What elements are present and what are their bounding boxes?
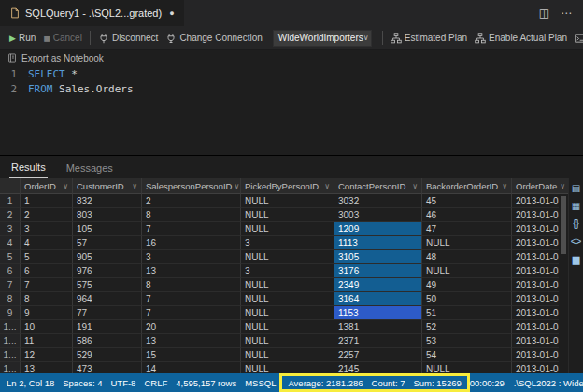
table-cell[interactable]: 45: [422, 194, 512, 208]
table-cell[interactable]: 47: [422, 222, 512, 236]
column-filter-icon[interactable]: ∨: [234, 182, 239, 190]
database-dropdown[interactable]: WideWorldImporters ∨: [273, 30, 372, 47]
table-cell[interactable]: 1381: [334, 320, 422, 334]
row-number-cell[interactable]: 1...: [0, 334, 21, 348]
table-cell[interactable]: 3003: [334, 208, 422, 222]
row-number-cell[interactable]: 1: [0, 194, 21, 208]
row-number-cell[interactable]: 1...: [0, 320, 21, 334]
table-cell[interactable]: 11: [21, 334, 73, 348]
table-cell[interactable]: 46: [422, 208, 512, 222]
table-cell[interactable]: 586: [73, 334, 142, 348]
table-cell[interactable]: 2: [21, 208, 73, 222]
table-cell[interactable]: 529: [73, 348, 142, 362]
table-cell[interactable]: 12: [21, 348, 73, 362]
table-cell[interactable]: 14: [142, 362, 241, 373]
table-cell[interactable]: 7: [142, 306, 241, 320]
cancel-button[interactable]: ◼ Cancel: [39, 31, 86, 45]
change-connection-button[interactable]: Change Connection: [162, 31, 265, 46]
save-csv-icon[interactable]: ▤: [570, 183, 582, 194]
table-cell[interactable]: NULL: [241, 278, 334, 292]
row-number-cell[interactable]: 8: [0, 292, 21, 306]
table-cell[interactable]: 13: [142, 264, 241, 278]
table-cell[interactable]: 3032: [334, 194, 422, 208]
table-cell[interactable]: 473: [73, 362, 142, 373]
table-cell[interactable]: NULL: [241, 222, 334, 236]
table-cell[interactable]: 832: [73, 194, 142, 208]
table-cell[interactable]: 964: [73, 292, 142, 306]
save-json-icon[interactable]: {}: [570, 218, 582, 230]
table-cell[interactable]: 191: [73, 320, 142, 334]
row-number-cell[interactable]: 1...: [0, 362, 21, 373]
table-cell[interactable]: 13: [142, 334, 241, 348]
column-filter-icon[interactable]: ∨: [412, 182, 418, 190]
table-cell[interactable]: 3: [241, 264, 334, 278]
table-cell[interactable]: 49: [422, 278, 512, 292]
editor-line[interactable]: 2FROM Sales.Orders: [0, 82, 583, 97]
chart-icon[interactable]: ▆: [570, 254, 582, 265]
table-cell[interactable]: 5: [21, 250, 73, 264]
table-cell[interactable]: 3164: [334, 292, 422, 306]
table-cell[interactable]: 575: [73, 278, 142, 292]
estimated-plan-button[interactable]: Estimated Plan: [387, 31, 471, 46]
column-header-orderdate[interactable]: OrderDate∨: [512, 178, 568, 194]
status-item-cursor-position[interactable]: Ln 2, Col 18: [7, 378, 54, 388]
table-cell[interactable]: 13: [21, 362, 73, 373]
table-cell[interactable]: 16: [142, 236, 241, 250]
table-cell[interactable]: NULL: [241, 362, 334, 373]
column-header-orderid[interactable]: OrderID∨: [21, 178, 73, 194]
table-cell[interactable]: 57: [73, 236, 142, 250]
status-item-language-mode[interactable]: MSSQL: [245, 378, 276, 388]
table-cell[interactable]: NULL: [422, 362, 512, 373]
table-cell[interactable]: 7: [142, 292, 241, 306]
table-cell[interactable]: 3: [241, 236, 334, 250]
column-header-customerid[interactable]: CustomerID∨: [73, 178, 142, 194]
table-cell[interactable]: NULL: [241, 348, 334, 362]
table-cell[interactable]: 3: [21, 222, 73, 236]
column-filter-icon[interactable]: ∨: [502, 182, 507, 190]
scrollbar-thumb[interactable]: [561, 196, 566, 254]
status-item-indentation[interactable]: Spaces: 4: [63, 378, 102, 388]
table-cell[interactable]: 48: [422, 250, 512, 264]
table-cell[interactable]: 803: [73, 208, 142, 222]
table-cell[interactable]: 50: [422, 292, 512, 306]
table-cell[interactable]: 3105: [334, 250, 422, 264]
table-cell[interactable]: 20: [142, 320, 241, 334]
column-header-pickedbypersonid[interactable]: PickedByPersonID∨: [241, 178, 334, 194]
table-cell[interactable]: 8: [142, 208, 241, 222]
export-as-notebook-button[interactable]: Export as Notebook: [0, 50, 583, 65]
table-cell[interactable]: 3: [142, 250, 241, 264]
table-cell[interactable]: 2349: [334, 278, 422, 292]
column-filter-icon[interactable]: ∨: [560, 182, 565, 190]
disconnect-button[interactable]: Disconnect: [94, 31, 162, 46]
table-cell[interactable]: 3176: [334, 264, 422, 278]
table-cell[interactable]: 1: [21, 194, 73, 208]
enable-actual-plan-button[interactable]: Enable Actual Plan: [471, 31, 571, 46]
table-cell[interactable]: NULL: [241, 194, 334, 208]
table-cell[interactable]: 6: [21, 264, 73, 278]
editor-line[interactable]: 1SELECT *: [0, 67, 583, 82]
table-cell[interactable]: 1153: [334, 306, 422, 320]
table-cell[interactable]: 52: [422, 320, 512, 334]
status-item-eol[interactable]: CRLF: [144, 378, 167, 388]
column-filter-icon[interactable]: ∨: [324, 182, 330, 190]
split-editor-icon[interactable]: ◫: [539, 7, 549, 20]
row-number-cell[interactable]: 3: [0, 222, 21, 236]
row-number-cell[interactable]: 4: [0, 236, 21, 250]
table-cell[interactable]: 8: [142, 278, 241, 292]
save-excel-icon[interactable]: ▦: [570, 201, 582, 212]
enable-sqlcmd-button[interactable]: Enable SQLCMD: [571, 31, 583, 46]
table-cell[interactable]: NULL: [422, 236, 512, 250]
column-header-contactpersonid[interactable]: ContactPersonID∨: [334, 178, 422, 194]
table-cell[interactable]: NULL: [422, 264, 512, 278]
row-number-cell[interactable]: 5: [0, 250, 21, 264]
row-number-cell[interactable]: 2: [0, 208, 21, 222]
table-cell[interactable]: NULL: [241, 292, 334, 306]
row-number-cell[interactable]: 1...: [0, 348, 21, 362]
table-cell[interactable]: 105: [73, 222, 142, 236]
table-cell[interactable]: 7: [142, 222, 241, 236]
column-header-salespersonpersonid[interactable]: SalespersonPersonID∨: [142, 178, 241, 194]
table-cell[interactable]: NULL: [241, 334, 334, 348]
table-cell[interactable]: 10: [21, 320, 73, 334]
run-button[interactable]: ▶ Run: [6, 31, 39, 45]
status-item-encoding[interactable]: UTF-8: [110, 378, 135, 388]
